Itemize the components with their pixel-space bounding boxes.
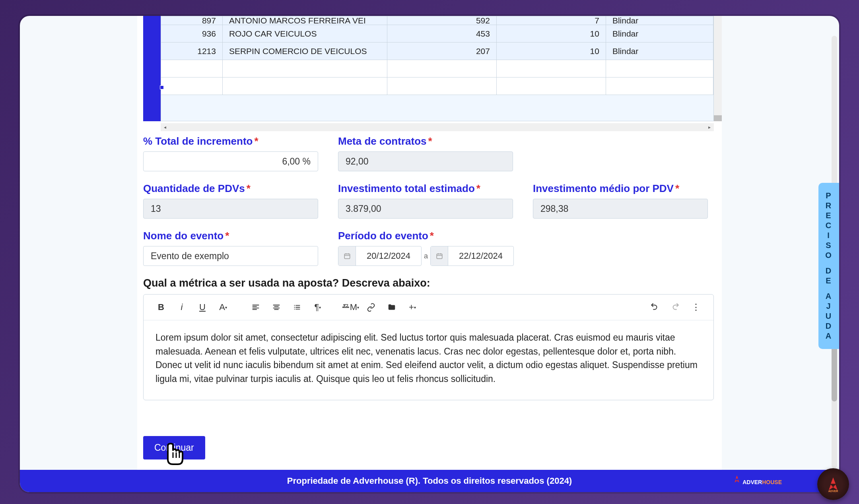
rich-text-editor: B i U A▾ ¶▾ M▾ +▾: [143, 294, 714, 400]
date-end-value: 22/12/2024: [448, 251, 513, 261]
sheet-scrollbar-horizontal[interactable]: ◂ ▸: [161, 123, 714, 131]
editor-content[interactable]: Lorem ipsum dolor sit amet, consectetur …: [144, 320, 713, 400]
link-button[interactable]: [362, 299, 380, 316]
label-qtd-pdvs: Quantidade de PDVs*: [143, 182, 318, 195]
scroll-left-icon[interactable]: ◂: [162, 124, 168, 130]
date-separator: a: [424, 252, 428, 260]
insert-button[interactable]: +▾: [404, 299, 421, 316]
cell-v2[interactable]: 7: [497, 16, 606, 25]
cell-code[interactable]: 897: [161, 16, 223, 25]
align-left-button[interactable]: [247, 299, 264, 316]
cell-name[interactable]: ROJO CAR VEICULOS: [223, 25, 387, 42]
sheet-row-headers[interactable]: [143, 16, 161, 121]
table-row[interactable]: 936 ROJO CAR VEICULOS 453 10 Blindar: [161, 25, 713, 43]
cell-v1[interactable]: 207: [387, 43, 497, 60]
editor-toolbar: B i U A▾ ¶▾ M▾ +▾: [144, 295, 713, 320]
label-invest-total: Investimento total estimado*: [338, 182, 513, 195]
svg-rect-0: [344, 254, 350, 259]
strikethrough-button[interactable]: M▾: [342, 299, 359, 316]
input-invest-medio: [533, 199, 708, 219]
cell-v2[interactable]: 10: [497, 43, 606, 60]
scroll-right-icon[interactable]: ▸: [707, 124, 712, 130]
label-nome-evento: Nome do evento*: [143, 230, 318, 242]
spreadsheet: 897 ANTONIO MARCOS FERREIRA VEI 592 7 Bl…: [143, 16, 722, 131]
cell-v1[interactable]: 453: [387, 25, 497, 42]
selection-handle[interactable]: [160, 85, 164, 89]
sheet-body[interactable]: 897 ANTONIO MARCOS FERREIRA VEI 592 7 Bl…: [161, 16, 714, 121]
cell-v2[interactable]: 10: [497, 25, 606, 42]
table-row[interactable]: 1213 SERPIN COMERCIO DE VEICULOS 207 10 …: [161, 43, 713, 60]
cell-name[interactable]: SERPIN COMERCIO DE VEICULOS: [223, 43, 387, 60]
underline-button[interactable]: U: [194, 299, 211, 316]
footer: Propriedade de Adverhouse (R). Todos os …: [20, 470, 839, 492]
cell-name[interactable]: ANTONIO MARCOS FERREIRA VEI: [223, 16, 387, 25]
cursor-pointer-icon: [158, 440, 190, 472]
list-button[interactable]: [288, 299, 306, 316]
cell-code[interactable]: 1213: [161, 43, 223, 60]
input-nome-evento[interactable]: [143, 246, 318, 266]
help-tab[interactable]: PRECISO DE AJUDA: [818, 183, 839, 349]
date-end-input[interactable]: 22/12/2024: [430, 246, 514, 266]
label-metrica: Qual a métrica a ser usada na aposta? De…: [143, 277, 722, 289]
cell-cat[interactable]: Blindar: [606, 25, 713, 42]
italic-button[interactable]: i: [173, 299, 190, 316]
app-frame: 897 ANTONIO MARCOS FERREIRA VEI 592 7 Bl…: [20, 16, 839, 492]
content-scroll[interactable]: 897 ANTONIO MARCOS FERREIRA VEI 592 7 Bl…: [20, 16, 839, 492]
footer-text: Propriedade de Adverhouse (R). Todos os …: [287, 476, 572, 486]
undo-button[interactable]: [646, 299, 663, 316]
sheet-scrollbar-vertical[interactable]: [714, 16, 722, 121]
cell-v1[interactable]: 592: [387, 16, 497, 25]
input-invest-total: [338, 199, 513, 219]
label-meta-contratos: Meta de contratos*: [338, 135, 513, 147]
table-row[interactable]: [161, 60, 713, 78]
more-button[interactable]: ⋮: [687, 299, 705, 316]
input-total-incremento[interactable]: [143, 151, 318, 171]
align-center-button[interactable]: [268, 299, 285, 316]
cell-code[interactable]: 936: [161, 25, 223, 42]
input-meta-contratos: [338, 151, 513, 171]
cell-cat[interactable]: Blindar: [606, 43, 713, 60]
table-row[interactable]: [161, 78, 713, 95]
svg-rect-4: [437, 254, 442, 259]
cell-cat[interactable]: Blindar: [606, 16, 713, 25]
folder-button[interactable]: [383, 299, 400, 316]
label-periodo-evento: Período do evento*: [338, 230, 514, 242]
bold-button[interactable]: B: [152, 299, 170, 316]
date-start-input[interactable]: 20/12/2024: [338, 246, 422, 266]
label-invest-medio: Investimento médio por PDV*: [533, 182, 708, 195]
input-qtd-pdvs: [143, 199, 318, 219]
form: % Total de incremento* Meta de contratos…: [143, 131, 722, 479]
date-start-value: 20/12/2024: [356, 251, 421, 261]
calendar-icon: [431, 246, 448, 266]
redo-button[interactable]: [667, 299, 684, 316]
scrollbar-thumb[interactable]: [714, 115, 722, 121]
footer-logo: ADVERHOUSE: [732, 475, 782, 485]
font-button[interactable]: A▾: [214, 299, 232, 316]
calendar-icon: [338, 246, 356, 266]
svg-text:ADVER: ADVER: [828, 490, 838, 492]
main-container: 897 ANTONIO MARCOS FERREIRA VEI 592 7 Bl…: [137, 16, 722, 479]
label-total-incremento: % Total de incremento*: [143, 135, 318, 147]
paragraph-button[interactable]: ¶▾: [309, 299, 326, 316]
chat-bubble-avatar[interactable]: ADVER: [817, 468, 849, 500]
table-row[interactable]: 897 ANTONIO MARCOS FERREIRA VEI 592 7 Bl…: [161, 16, 713, 25]
